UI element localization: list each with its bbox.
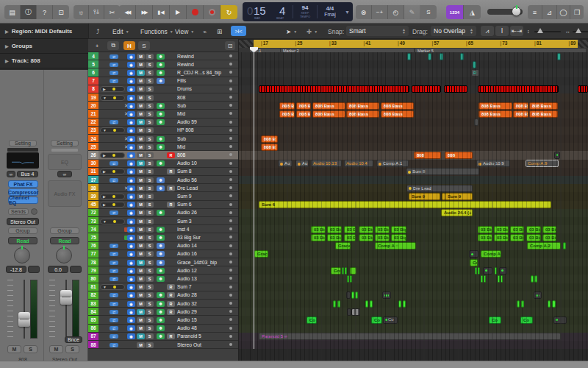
track-power-button[interactable]: ◉ <box>127 301 135 307</box>
region[interactable]: Grace <box>335 242 351 250</box>
track-mute-button[interactable]: M <box>137 333 145 339</box>
track-power-button[interactable]: ◉ <box>127 333 135 339</box>
edit-menu[interactable]: Edit▼ <box>112 24 129 39</box>
track-solo-button[interactable]: S <box>146 95 154 101</box>
catch-playhead-button[interactable]: >Ӏ< <box>231 26 246 36</box>
region[interactable]: 808 B <box>261 135 278 143</box>
right-group-slot[interactable]: Group <box>50 227 79 234</box>
track-solo-button[interactable]: S <box>146 309 154 315</box>
track-power-button[interactable]: ◉ <box>127 202 135 208</box>
hide-tracks-button[interactable]: H <box>123 41 135 50</box>
region[interactable] <box>337 300 340 308</box>
arrange-row-85[interactable]: CoCoCoCoCo <box>239 316 588 324</box>
track-solo-button[interactable]: S <box>146 119 154 125</box>
region[interactable]: 03 Bi <box>542 234 556 241</box>
region[interactable]: Comp A <box>481 250 501 258</box>
record-button[interactable] <box>187 5 204 19</box>
region[interactable] <box>517 300 520 308</box>
left-group-slot[interactable]: Group <box>8 227 37 234</box>
arrange-row-39[interactable]: Sum 9Sum 9 <box>239 192 588 200</box>
region[interactable] <box>444 85 467 93</box>
track-row-86[interactable]: 86⇄◉MS❄Audio 48 <box>88 325 239 333</box>
arrange-row-45[interactable]: Sum 6 <box>239 201 588 209</box>
track-name[interactable]: Rewind <box>177 60 194 68</box>
left-solo-button[interactable]: S <box>24 345 37 353</box>
track-solo-button[interactable]: S <box>146 78 154 84</box>
note-pads-icon[interactable]: ⊿ <box>542 5 557 19</box>
region[interactable] <box>474 118 478 126</box>
track-solo-button[interactable]: S <box>146 111 154 117</box>
quick-help-icon[interactable]: ? <box>37 5 53 19</box>
track-row-6[interactable]: 6⇄◉MS❄R_CDJ R...s 84_bip <box>88 68 239 77</box>
region[interactable]: 03 Big <box>494 234 509 241</box>
snap-dropdown[interactable]: Smart▲▼ <box>346 26 409 36</box>
region[interactable]: 03 Big <box>375 234 390 241</box>
functions-menu[interactable]: Functions▼ <box>140 24 173 39</box>
region[interactable]: 03 Big <box>510 234 524 241</box>
arrange-row-22[interactable] <box>239 118 588 127</box>
track-record-button[interactable]: R <box>167 152 175 158</box>
track-power-button[interactable]: ◉ <box>127 119 135 125</box>
track-freeze-button[interactable]: ❄ <box>157 260 165 266</box>
track-stack-toggle[interactable]: ▶ <box>100 194 125 199</box>
region[interactable]: Grace <box>254 250 268 258</box>
auto-zoom-icon[interactable]: Ⅰ <box>495 26 509 36</box>
track-mute-button[interactable]: M <box>137 260 145 266</box>
track-solo-button[interactable]: S <box>146 127 154 133</box>
region[interactable] <box>534 275 537 283</box>
track-mute-button[interactable]: M <box>137 268 145 274</box>
track-solo-button[interactable]: S <box>146 219 154 224</box>
arrange-row-75[interactable]: 03 Big03 Big03 Bi03 Big03 Big03 Big03 Bi… <box>239 233 588 241</box>
track-name[interactable]: 03 Big Sur <box>177 233 201 241</box>
track-name[interactable]: Sum 3 <box>177 217 192 224</box>
region[interactable] <box>370 300 373 308</box>
region[interactable]: Co <box>383 316 398 324</box>
region[interactable]: Audio 10.9 <box>476 160 510 167</box>
region[interactable] <box>498 275 500 283</box>
track-freeze-button[interactable]: ❄ <box>157 292 165 298</box>
track-row-26[interactable]: 26▶◉MSR808 <box>88 151 239 159</box>
track-row-23[interactable]: 23▼◉MSHP 808 <box>88 127 239 135</box>
left-volume-value[interactable]: -12.8 <box>6 266 26 273</box>
track-freeze-button[interactable]: ❄ <box>157 177 165 183</box>
track-row-24[interactable]: 24✕◉MS❄Sub <box>88 135 239 143</box>
region[interactable]: Co <box>371 316 382 324</box>
track-name[interactable]: Mid <box>177 143 185 150</box>
track-mute-button[interactable]: M <box>137 227 145 233</box>
region[interactable] <box>347 275 349 283</box>
tuner-icon[interactable]: −+ <box>372 5 388 19</box>
tracklist-options-icon[interactable]: ⊡ <box>225 41 235 50</box>
track-power-button[interactable]: ◉ <box>127 62 135 68</box>
track-freeze-button[interactable]: ❄ <box>157 333 165 339</box>
arrange-row-81[interactable] <box>239 283 588 291</box>
track-power-button[interactable]: ◉ <box>127 111 135 117</box>
track-name[interactable]: Sum 9 <box>177 192 192 199</box>
region[interactable] <box>412 85 441 93</box>
track-power-button[interactable]: ◉ <box>127 284 135 290</box>
solo-tracks-button[interactable]: S <box>138 41 150 50</box>
track-mute-button[interactable]: M <box>137 301 145 307</box>
track-power-button[interactable]: ◉ <box>127 177 135 183</box>
left-input-slot[interactable]: Bus 4 <box>17 171 38 177</box>
region[interactable] <box>534 291 542 299</box>
arrange-row-6[interactable]: R <box>239 68 588 77</box>
track-row-22[interactable]: 22⇄◉MS❄Audio 59 <box>88 118 239 127</box>
right-eq-slot[interactable]: EQ <box>48 154 82 170</box>
track-solo-button[interactable]: S <box>146 194 154 199</box>
track-row-85[interactable]: 85⇄◉MS❄Audio 15 <box>88 316 239 324</box>
arrange-row-78[interactable]: Gra <box>239 258 588 266</box>
track-solo-button[interactable]: S <box>146 317 154 323</box>
right-pan-knob[interactable] <box>56 247 72 263</box>
track-row-20[interactable]: 20✕◉MS❄Sub <box>88 102 239 110</box>
region[interactable]: 808 B <box>513 102 528 110</box>
track-name[interactable]: 808 <box>177 151 185 158</box>
track-mute-button[interactable]: M <box>137 86 145 92</box>
region[interactable]: 808 B <box>513 110 528 118</box>
groups-inspector-header[interactable]: ▶Groups <box>0 39 88 54</box>
region[interactable]: 808 B <box>279 102 295 110</box>
arrange-row-79[interactable]: Gra <box>239 266 588 275</box>
region[interactable] <box>382 291 391 299</box>
arrange-row-83[interactable] <box>239 300 588 308</box>
track-freeze-button[interactable]: ❄ <box>157 276 165 282</box>
track-solo-button[interactable]: S <box>146 284 154 290</box>
